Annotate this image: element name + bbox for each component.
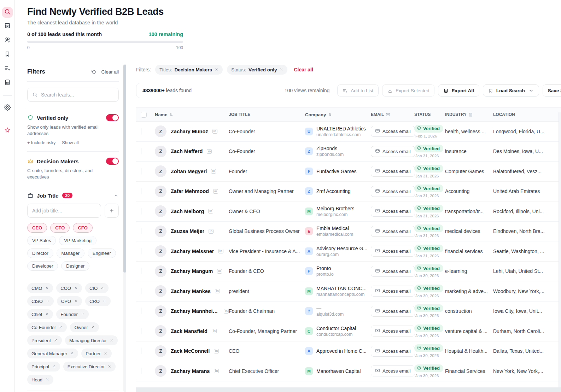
linkedin-icon[interactable]: in [212, 129, 217, 134]
access-email-button[interactable]: Access email [371, 186, 415, 197]
job-title-tag[interactable]: President [27, 335, 62, 345]
linkedin-icon[interactable]: in [217, 269, 222, 274]
company-name[interactable]: Manorhaven Capital [316, 368, 361, 374]
close-icon[interactable] [215, 67, 218, 72]
job-title-tag[interactable]: CISO [27, 296, 54, 306]
select-all-checkbox[interactable] [141, 112, 147, 118]
row-checkbox[interactable] [141, 188, 141, 194]
table-row[interactable]: ZZack MansfieldinCo-Founder, Managing Pa… [136, 321, 561, 341]
job-title-pill[interactable]: CFO [73, 223, 92, 233]
row-checkbox[interactable] [141, 148, 141, 154]
job-title-tag[interactable]: CMO [27, 283, 53, 293]
access-email-button[interactable]: Access email [371, 346, 415, 357]
add-job-title-input[interactable] [27, 204, 101, 218]
sort-icon[interactable] [169, 112, 174, 117]
company-name[interactable]: MANHATTAN CONC... [316, 286, 367, 291]
close-icon[interactable] [59, 325, 63, 330]
row-checkbox[interactable] [141, 228, 141, 234]
filter-chip[interactable]: Status:Verified only [227, 65, 287, 75]
lead-name[interactable]: Zoltan Megyeri [171, 169, 207, 174]
table-row[interactable]: ZZack McConnellinCEOAApproved in Home C.… [136, 341, 561, 362]
company-name[interactable]: ZipBonds [316, 146, 344, 151]
decision-makers-toggle[interactable] [106, 158, 119, 165]
row-checkbox[interactable] [141, 168, 141, 175]
access-email-button[interactable]: Access email [371, 206, 415, 217]
linkedin-icon[interactable]: in [212, 329, 217, 333]
export-all-button[interactable]: Export All [438, 84, 479, 96]
access-email-button[interactable]: Access email [371, 326, 415, 337]
job-title-pill[interactable]: Developer [27, 261, 58, 271]
verified-only-toggle[interactable] [106, 114, 119, 121]
job-title-tag[interactable]: Co-Founder [27, 322, 67, 332]
rail-item-document[interactable] [2, 78, 13, 88]
job-title-tag[interactable]: CPO [57, 296, 82, 306]
job-title-pill[interactable]: VP Sales [27, 236, 56, 245]
access-email-button[interactable]: Access email [371, 266, 415, 277]
job-title-tag[interactable]: General Manager [27, 349, 78, 358]
rail-item-list-add[interactable] [2, 64, 13, 74]
rail-item-bookmark[interactable] [2, 49, 13, 60]
row-checkbox[interactable] [141, 308, 141, 314]
row-checkbox[interactable] [141, 347, 141, 354]
linkedin-icon[interactable]: in [224, 309, 229, 314]
close-icon[interactable] [81, 312, 84, 317]
linkedin-icon[interactable]: in [214, 369, 219, 373]
sort-icon[interactable] [328, 112, 332, 117]
company-name[interactable]: Approved in Home C... [316, 348, 367, 354]
row-checkbox[interactable] [141, 368, 141, 374]
job-title-pill[interactable]: VP Marketing [59, 236, 97, 245]
table-row[interactable]: ZZachary MannheimerinFounder & Chairman?… [136, 302, 561, 322]
company-name[interactable]: Funfactive Games [316, 169, 357, 174]
close-icon[interactable] [45, 312, 49, 317]
close-icon[interactable] [70, 351, 74, 356]
job-title-tag[interactable]: Owner [70, 322, 99, 332]
access-email-button[interactable]: Access email [371, 226, 415, 237]
table-row[interactable]: ZZachary MeissnerinVice President - Insu… [136, 241, 561, 262]
table-row[interactable]: ZZachary ManguminFounder & CEOPProntopro… [136, 262, 561, 282]
linkedin-icon[interactable]: in [211, 169, 216, 174]
row-checkbox[interactable] [141, 328, 141, 334]
row-checkbox[interactable] [141, 128, 141, 135]
rail-item-search[interactable] [2, 7, 13, 18]
table-row[interactable]: ZZach MeiborginOwner & CEOMMeiborg Broth… [136, 201, 561, 222]
lead-name[interactable]: Zach Mefferd [171, 148, 203, 154]
row-checkbox[interactable] [141, 208, 141, 215]
job-title-tag[interactable]: Founder [56, 309, 88, 319]
rail-item-star[interactable] [2, 125, 13, 136]
access-email-button[interactable]: Access email [371, 365, 415, 376]
rail-item-storefront[interactable] [2, 21, 13, 32]
linkedin-icon[interactable]: in [207, 149, 212, 154]
table-row[interactable]: ZZachary MunozinCo-FounderUUNALTERED Ath… [136, 122, 561, 142]
job-title-pill[interactable]: Manager [57, 248, 84, 258]
table-row[interactable]: ZZachary MaransinChief Executive Officer… [136, 361, 561, 381]
lead-name[interactable]: Zach Meiborg [171, 209, 204, 214]
access-email-button[interactable]: Access email [371, 146, 415, 157]
company-name[interactable]: Embla Medical [316, 226, 353, 231]
close-icon[interactable] [74, 286, 78, 291]
table-row[interactable]: ZZsuzsa MeijerinGlobal Business Process … [136, 222, 561, 242]
job-title-tag[interactable]: Partner [81, 349, 112, 358]
job-title-tag[interactable]: COO [56, 283, 82, 293]
table-row[interactable]: ZZach MefferdinCo-FounderZZipBondszipbon… [136, 142, 561, 162]
show-all-link[interactable]: Show all [62, 140, 78, 145]
filters-clear-all[interactable]: Clear all [294, 67, 313, 72]
job-title-tag[interactable]: Chief [27, 309, 53, 319]
row-checkbox[interactable] [141, 288, 141, 294]
close-icon[interactable] [74, 299, 78, 304]
close-icon[interactable] [45, 377, 49, 382]
job-title-pill[interactable]: Director [27, 248, 53, 258]
job-title-pill[interactable]: CTO [50, 223, 70, 233]
access-email-button[interactable]: Access email [371, 286, 415, 297]
add-to-list-button[interactable]: Add to List [337, 84, 379, 96]
include-risky-link[interactable]: + Include risky [27, 140, 55, 145]
lead-name[interactable]: Zachary Meissner [171, 248, 214, 254]
job-title-pill[interactable]: Engineer [88, 248, 116, 258]
search-leads-input[interactable] [41, 92, 114, 98]
table-vertical-scrollbar[interactable] [559, 112, 561, 387]
close-icon[interactable] [54, 338, 58, 343]
close-icon[interactable] [45, 286, 49, 291]
company-name[interactable]: Meiborg Brothers [316, 206, 354, 211]
close-icon[interactable] [100, 286, 104, 291]
export-selected-button[interactable]: Export Selected [382, 84, 434, 96]
linkedin-icon[interactable]: in [218, 249, 223, 253]
